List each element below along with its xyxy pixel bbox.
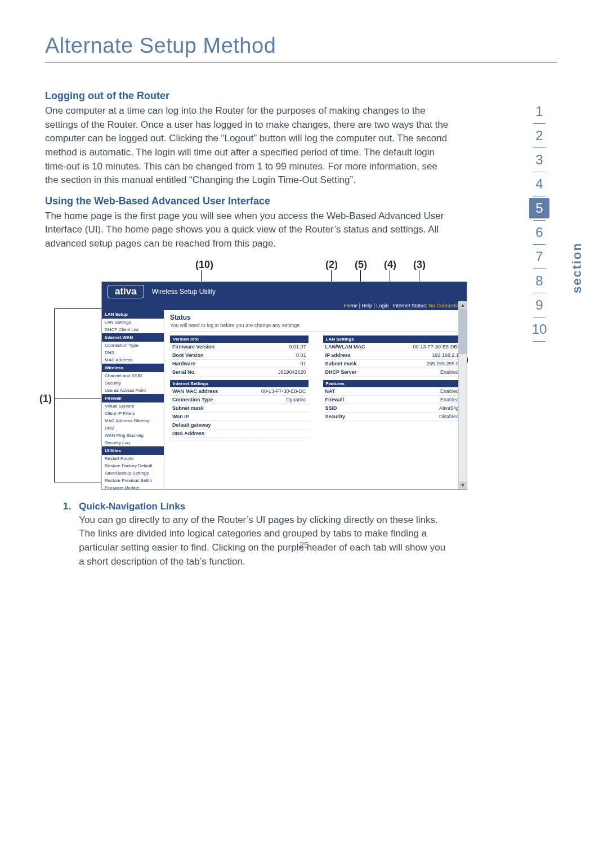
scroll-down-icon[interactable]: ▼ — [459, 481, 467, 489]
lanmac-val: 00-13-F7-30-E8-DB/ — [413, 344, 459, 350]
ip-val: 192.168.2.1 — [432, 352, 459, 358]
section-nav: 1 2 3 4 5 6 7 8 9 10 — [527, 101, 552, 343]
sidebar-item-chanssid[interactable]: Channel and SSID — [102, 372, 164, 379]
hw-val: 01 — [300, 361, 306, 366]
dhcps-label: DHCP Server — [325, 369, 357, 375]
sidebar-item-restoreprev[interactable]: Restore Previous Settin — [102, 477, 164, 484]
sidebar-header-utilities[interactable]: Utilities — [102, 446, 164, 455]
router-toplinks: Home | Help | Login Internet Status: No … — [102, 301, 467, 310]
page-number: 25 — [0, 540, 608, 549]
router-main: Status You will need to log in before yo… — [164, 310, 467, 489]
desc1-title: Quick-Navigation Links — [79, 501, 446, 512]
sidebar-item-useap[interactable]: Use as Access Point — [102, 387, 164, 394]
scroll-up-icon[interactable]: ▲ — [459, 301, 467, 309]
router-sidebar: LAN Setup LAN Settings DHCP Client List … — [102, 310, 164, 489]
link-home[interactable]: Home — [344, 303, 357, 308]
sidebar-item-fwupdate[interactable]: Firmware Update — [102, 484, 164, 490]
sn-label: Serial No. — [172, 369, 196, 375]
sidebar-header-internetwan[interactable]: Internet WAN — [102, 333, 164, 342]
section-nav-5[interactable]: 5 — [529, 198, 549, 218]
ctype-val: Dynamic — [286, 397, 306, 402]
sn-val: J619042620 — [278, 369, 306, 375]
sidebar-item-wanping[interactable]: WAN Ping Blocking — [102, 432, 164, 439]
para-webui: The home page is the first page you will… — [45, 209, 450, 251]
sidebar-item-clientip[interactable]: Client IP Filters — [102, 410, 164, 417]
section-nav-4[interactable]: 4 — [527, 174, 552, 194]
panel-internet: Internet Settings — [170, 380, 309, 387]
side-label-section: section — [570, 242, 584, 293]
sidebar-item-dns[interactable]: DNS — [102, 349, 164, 356]
heading-logout: Logging out of the Router — [45, 90, 450, 102]
sidebar-header-wireless[interactable]: Wireless — [102, 364, 164, 372]
sidebar-item-dhcpclient[interactable]: DHCP Client List — [102, 326, 164, 333]
sidebar-item-macfilter[interactable]: MAC Address Filtering — [102, 417, 164, 424]
fw-label: Firmware Version — [172, 344, 214, 350]
page-title: Alternate Setup Method — [45, 34, 557, 58]
secf-label: Security — [325, 414, 346, 419]
section-nav-10[interactable]: 10 — [527, 319, 552, 339]
section-nav-7[interactable]: 7 — [527, 247, 552, 267]
sidebar-item-conntype[interactable]: Connection Type — [102, 342, 164, 349]
wmac-label: WAN MAC address — [172, 388, 218, 394]
sidebar-item-vservers[interactable]: Virtual Servers — [102, 402, 164, 410]
desc1-number: 1. — [63, 501, 71, 569]
internet-status-label: Internet Status: — [393, 303, 427, 308]
section-nav-8[interactable]: 8 — [527, 271, 552, 291]
sidebar-item-dmz[interactable]: DMZ — [102, 424, 164, 432]
callout-1: (1) — [39, 393, 52, 405]
scrollbar[interactable]: ▲ ▼ — [458, 301, 467, 489]
panel-features: Features — [323, 380, 462, 387]
callout-4: (4) — [384, 259, 396, 271]
status-heading: Status — [170, 314, 461, 321]
ctype-label: Connection Type — [172, 397, 213, 402]
link-help[interactable]: Help — [361, 303, 372, 308]
nat-label: NAT — [325, 388, 336, 394]
fw-val: 9.01.07 — [289, 344, 306, 350]
callout-2: (2) — [325, 259, 338, 271]
section-nav-6[interactable]: 6 — [527, 222, 552, 243]
ip-label: IP address — [325, 352, 351, 358]
section-nav-2[interactable]: 2 — [527, 126, 552, 146]
section-nav-9[interactable]: 9 — [527, 295, 552, 315]
scroll-thumb[interactable] — [459, 309, 467, 354]
sidebar-item-restart[interactable]: Restart Router — [102, 455, 164, 462]
subm-val: 255.255.255.0 — [426, 361, 459, 366]
para-logout: One computer at a time can log into the … — [45, 104, 450, 187]
title-rule — [45, 62, 557, 63]
boot-label: Boot Version — [172, 352, 204, 358]
sidebar-item-savebackup[interactable]: Save/Backup Settings — [102, 469, 164, 477]
router-topbar: ativa Wireless Setup Utility — [102, 282, 467, 301]
sidebar-item-lansettings[interactable]: LAN Settings — [102, 319, 164, 326]
router-screenshot: (1) (2) (3) (4) (5) (6) (7) (8) (9) (10)… — [62, 259, 467, 490]
subm-label: Subnet mask — [325, 361, 357, 366]
section-nav-1[interactable]: 1 — [527, 101, 552, 122]
wmac-val: 00-13-F7-30-E8-DC — [261, 388, 306, 394]
sidebar-item-seclog[interactable]: Security Log — [102, 439, 164, 446]
panel-lansettings: LAN Settings — [323, 335, 462, 343]
login-note: You will need to log in before you are c… — [170, 321, 461, 332]
nat-val: Enabled — [440, 388, 459, 394]
panel-versioninfo: Version Info — [170, 335, 309, 343]
wanip-label: Wan IP — [172, 414, 189, 419]
sidebar-item-security[interactable]: Security — [102, 379, 164, 387]
lanmac-label: LAN/WLAN MAC — [325, 344, 365, 350]
sidebar-header-lansetup[interactable]: LAN Setup — [102, 310, 164, 319]
sidebar-header-firewall[interactable]: Firewall — [102, 394, 164, 402]
router-ui: ativa Wireless Setup Utility Home | Help… — [101, 281, 467, 490]
fwf-label: Firewall — [325, 397, 345, 402]
link-login[interactable]: Login — [376, 303, 388, 308]
callout-3: (3) — [413, 259, 426, 271]
sidebar-item-restorefd[interactable]: Restore Factory Default — [102, 462, 164, 469]
ssid-label: SSID — [325, 405, 337, 411]
sidebar-item-mac[interactable]: MAC Address — [102, 356, 164, 364]
fwf-val: Enabled — [440, 397, 459, 402]
secf-val: Disabled — [439, 414, 459, 419]
internet-status-value: No Connection — [428, 303, 462, 308]
ssid-val: Ativa54g — [439, 405, 459, 411]
defgw-label: Default gateway — [172, 422, 211, 428]
dhcps-val: Enabled — [440, 369, 459, 375]
hw-label: Hardware — [172, 361, 195, 366]
section-nav-3[interactable]: 3 — [527, 150, 552, 170]
brand-logo: ativa — [108, 285, 144, 298]
dnsaddr-label: DNS Address — [172, 431, 204, 436]
